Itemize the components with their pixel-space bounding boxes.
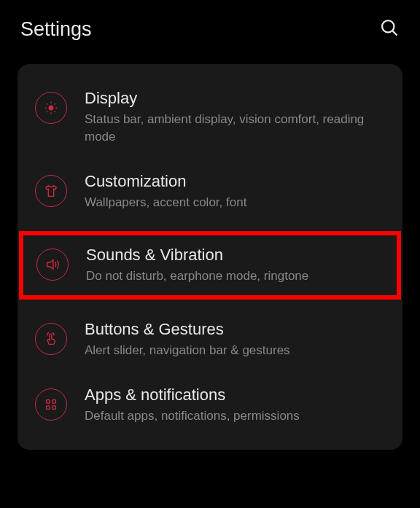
item-subtitle: Alert slider, navigation bar & gestures: [85, 342, 385, 359]
sound-icon: [36, 249, 69, 281]
page-title: Settings: [20, 18, 92, 41]
settings-item-apps[interactable]: Apps & notifications Default apps, notif…: [18, 372, 402, 438]
svg-point-0: [382, 20, 394, 32]
svg-line-7: [47, 103, 47, 104]
item-text: Customization Wallpapers, accent color, …: [85, 172, 385, 211]
settings-panel: Display Status bar, ambient display, vis…: [18, 64, 402, 450]
item-title: Apps & notifications: [85, 386, 385, 405]
item-title: Customization: [85, 172, 385, 191]
item-subtitle: Do not disturb, earphone mode, ringtone: [86, 267, 384, 285]
item-text: Display Status bar, ambient display, vis…: [85, 89, 385, 146]
svg-rect-11: [47, 400, 50, 404]
svg-rect-12: [52, 400, 56, 404]
shirt-icon: [35, 175, 67, 207]
settings-item-sounds[interactable]: Sounds & Vibration Do not disturb, earph…: [19, 231, 401, 300]
svg-rect-13: [47, 406, 50, 410]
item-subtitle: Wallpapers, accent color, font: [85, 194, 385, 211]
svg-line-1: [393, 31, 397, 36]
item-subtitle: Default apps, notifications, permissions: [85, 407, 385, 425]
item-title: Buttons & Gestures: [85, 320, 385, 339]
item-subtitle: Status bar, ambient display, vision comf…: [85, 111, 385, 146]
svg-line-10: [55, 103, 55, 104]
item-title: Display: [85, 89, 385, 108]
touch-icon: [35, 323, 67, 355]
settings-item-display[interactable]: Display Status bar, ambient display, vis…: [18, 76, 402, 159]
svg-rect-14: [52, 406, 56, 410]
item-text: Buttons & Gestures Alert slider, navigat…: [85, 320, 385, 359]
svg-point-2: [49, 106, 53, 110]
svg-line-8: [55, 112, 55, 112]
svg-line-9: [47, 112, 47, 112]
search-icon[interactable]: [379, 17, 400, 41]
item-text: Apps & notifications Default apps, notif…: [85, 386, 385, 425]
brightness-icon: [35, 92, 67, 124]
item-text: Sounds & Vibration Do not disturb, earph…: [86, 246, 384, 285]
item-title: Sounds & Vibration: [86, 246, 384, 265]
settings-item-buttons[interactable]: Buttons & Gestures Alert slider, navigat…: [18, 307, 402, 372]
header: Settings: [0, 0, 420, 55]
apps-icon: [35, 388, 67, 421]
settings-item-customization[interactable]: Customization Wallpapers, accent color, …: [18, 159, 402, 224]
